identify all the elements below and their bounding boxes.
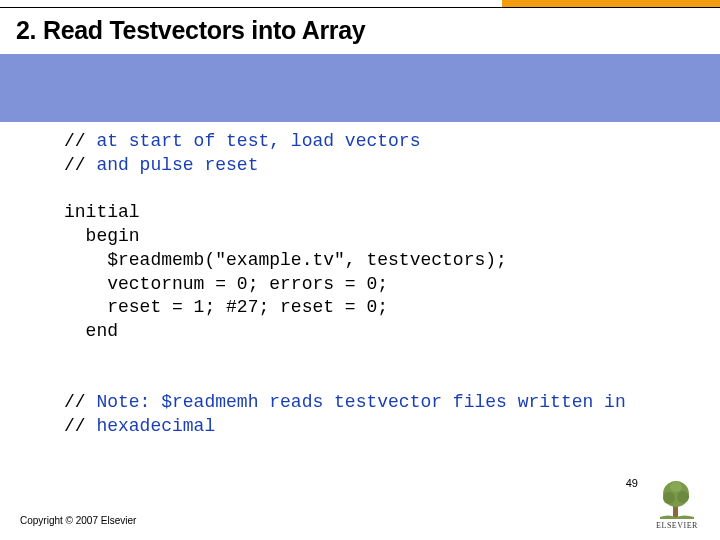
code-line: begin	[64, 226, 140, 246]
slide-number: 2.	[16, 16, 36, 44]
slide-title-text: Read Testvectors into Array	[43, 16, 366, 44]
code-line: $readmemb("example.tv", testvectors);	[64, 250, 507, 270]
header: 2. Read Testvectors into Array	[0, 0, 720, 122]
code-line: initial	[64, 202, 140, 222]
page-number: 49	[626, 477, 638, 489]
page-title: 2. Read Testvectors into Array	[16, 16, 720, 45]
comment-slash: //	[64, 155, 96, 175]
comment-slash: //	[64, 131, 96, 151]
svg-point-3	[663, 492, 675, 504]
code-line: end	[64, 321, 118, 341]
title-block: 2. Read Testvectors into Array	[0, 7, 720, 53]
comment-text: at start of test, load vectors	[96, 131, 420, 151]
blue-band	[0, 54, 720, 122]
comment-slash: //	[64, 416, 96, 436]
code-block: // at start of test, load vectors // and…	[64, 130, 690, 439]
svg-point-4	[677, 491, 689, 503]
svg-point-5	[670, 482, 682, 492]
comment-slash: //	[64, 392, 96, 412]
publisher-name: ELSEVIER	[652, 521, 702, 530]
comment-text: Note: $readmemh reads testvector files w…	[96, 392, 625, 412]
code-line: reset = 1; #27; reset = 0;	[64, 297, 388, 317]
comment-text: hexadecimal	[96, 416, 215, 436]
code-line: vectornum = 0; errors = 0;	[64, 274, 388, 294]
tree-icon	[656, 477, 698, 519]
comment-text: and pulse reset	[96, 155, 258, 175]
publisher-logo: ELSEVIER	[652, 477, 702, 530]
copyright-footer: Copyright © 2007 Elsevier	[20, 515, 136, 526]
